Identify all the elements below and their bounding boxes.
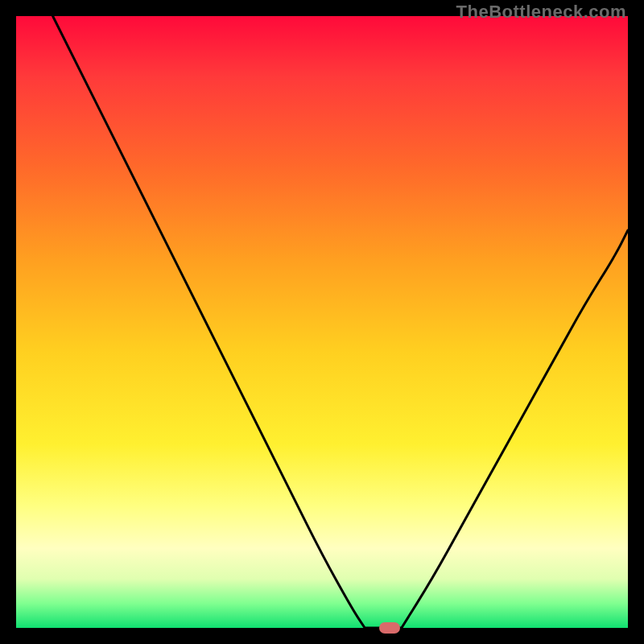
watermark-text: TheBottleneck.com [456, 2, 626, 23]
chart-frame: TheBottleneck.com [0, 0, 644, 644]
optimum-marker [379, 622, 400, 634]
plot-area [16, 16, 628, 628]
bottleneck-curve [53, 16, 628, 628]
curve-layer [16, 16, 628, 628]
